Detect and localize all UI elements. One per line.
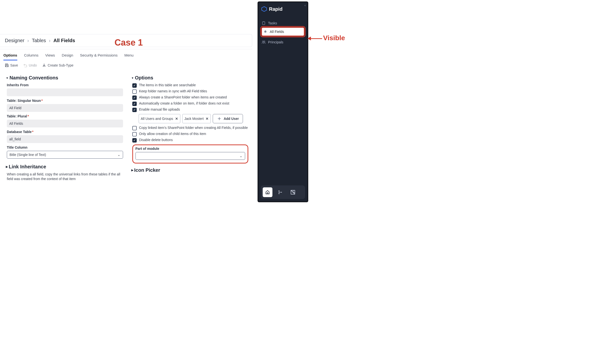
checkbox-disable-delete[interactable] xyxy=(132,138,137,143)
user-chip-label: All Users and Groups xyxy=(141,117,173,121)
home-button[interactable] xyxy=(263,187,272,197)
options-column: ▼ Options The items in this table are se… xyxy=(132,73,249,181)
tab-menu[interactable]: Menu xyxy=(125,52,134,60)
chevron-down-icon: ⌄ xyxy=(118,153,120,157)
option-sync-folder-label: Keep folder names in sync with All Field… xyxy=(139,89,207,93)
add-user-button[interactable]: Add User xyxy=(213,114,243,123)
tab-security-permissions[interactable]: Security & Permissions xyxy=(80,52,118,60)
clipboard-icon xyxy=(262,21,266,25)
checkbox-manual-upload[interactable] xyxy=(132,108,137,112)
svg-point-4 xyxy=(264,41,265,42)
tab-columns[interactable]: Columns xyxy=(24,52,39,60)
brand: Rapid xyxy=(261,6,306,12)
collapse-caret-icon[interactable]: ‹ xyxy=(305,4,306,7)
hierarchy-button[interactable] xyxy=(275,187,285,197)
brand-name: Rapid xyxy=(269,6,283,12)
tab-design[interactable]: Design xyxy=(62,52,73,60)
title-column-select[interactable]: Bitle (Single line of Text) ⌄ xyxy=(7,151,123,159)
singular-noun-label: Table: Singular Noun* xyxy=(7,99,123,103)
undo-label: Undo xyxy=(29,63,37,67)
icon-picker-title: Icon Picker xyxy=(134,167,160,173)
checkbox-sync-folder-names[interactable] xyxy=(132,90,137,94)
sidebar-item-label: Principals xyxy=(268,40,283,44)
part-of-module-label: Part of module xyxy=(135,147,245,151)
remove-chip-icon[interactable]: ✕ xyxy=(175,117,178,121)
option-auto-folder-label: Automatically create a folder on item, i… xyxy=(139,101,229,105)
undo-button[interactable]: Undo xyxy=(23,63,37,67)
chevron-down-icon: ⌄ xyxy=(239,154,242,158)
database-table-input[interactable] xyxy=(7,135,123,143)
remove-chip-icon[interactable]: ✕ xyxy=(206,117,209,121)
sidebar: ‹ Rapid Tasks All Fields Principals xyxy=(258,1,308,202)
title-column-label: Title Column xyxy=(7,145,123,149)
sidebar-item-label: Tasks xyxy=(268,21,277,25)
designer-page: Designer › Tables › All Fields Options C… xyxy=(0,34,252,189)
brand-logo-icon xyxy=(261,6,267,12)
form-columns: ▼ Naming Conventions Inherits From Table… xyxy=(0,69,252,181)
checkbox-copy-linked-folder[interactable] xyxy=(132,126,137,130)
plural-label: Table: Plural* xyxy=(7,114,123,118)
option-manual-upload-label: Enable manual file uploads xyxy=(139,107,180,111)
options-header[interactable]: ▼ Options xyxy=(131,75,249,81)
naming-column: ▼ Naming Conventions Inherits From Table… xyxy=(7,73,123,181)
svg-point-6 xyxy=(281,192,282,193)
icon-picker-header[interactable]: ▶ Icon Picker xyxy=(131,167,249,173)
sidebar-highlight: All Fields xyxy=(260,26,306,37)
option-copy-linked-label: Copy linked item's SharePoint folder whe… xyxy=(139,126,248,130)
tab-options[interactable]: Options xyxy=(3,52,17,60)
checkbox-auto-folder[interactable] xyxy=(132,102,137,106)
naming-conventions-header[interactable]: ▼ Naming Conventions xyxy=(6,75,123,81)
chevron-right-icon: › xyxy=(49,38,51,43)
annotation-arrow xyxy=(308,37,322,40)
breadcrumb-current: All Fields xyxy=(53,38,75,43)
user-chip-all-users[interactable]: All Users and Groups ✕ xyxy=(139,114,180,123)
part-of-module-highlight: Part of module ⌄ xyxy=(132,144,249,164)
option-searchable-label: The items in this table are searchable xyxy=(139,83,196,87)
plus-icon xyxy=(217,116,222,121)
sidebar-item-label: All Fields xyxy=(270,30,284,34)
tab-views[interactable]: Views xyxy=(45,52,55,60)
svg-rect-1 xyxy=(262,22,265,25)
checkbox-only-child-items[interactable] xyxy=(132,132,137,136)
caret-down-icon: ▼ xyxy=(131,77,134,79)
link-inheritance-title: Link Inheritance xyxy=(9,164,46,169)
inherits-from-label: Inherits From xyxy=(7,83,123,87)
plural-input[interactable] xyxy=(7,120,123,127)
link-inheritance-header[interactable]: ▶ Link Inheritance xyxy=(6,164,123,169)
sidebar-item-all-fields[interactable]: All Fields xyxy=(262,28,304,36)
sidebar-footer xyxy=(261,185,305,199)
breadcrumb-seg-designer[interactable]: Designer xyxy=(5,38,24,43)
inherits-from-input[interactable] xyxy=(7,89,123,96)
designer-button[interactable] xyxy=(288,187,298,197)
sidebar-item-principals[interactable]: Principals xyxy=(260,38,306,46)
annotation-visible-label: Visible xyxy=(323,34,345,42)
part-of-module-select[interactable]: ⌄ xyxy=(135,152,245,160)
svg-point-7 xyxy=(278,193,279,194)
save-icon xyxy=(5,63,9,67)
option-only-child-label: Only allow creation of child items of th… xyxy=(139,132,206,136)
caret-right-icon: ▶ xyxy=(6,165,8,168)
option-create-sp-folder-label: Always create a SharePoint folder when i… xyxy=(139,95,227,99)
tab-bar: Options Columns Views Design Security & … xyxy=(0,49,252,60)
svg-point-3 xyxy=(262,41,264,42)
save-button[interactable]: Save xyxy=(5,63,18,67)
singular-noun-input[interactable] xyxy=(7,104,123,112)
toolbar: Save Undo Create Sub-Type xyxy=(0,60,252,69)
user-chip-label: Jack Mostert xyxy=(184,117,204,121)
users-icon xyxy=(262,40,266,44)
chevron-right-icon: › xyxy=(27,38,29,43)
naming-conventions-title: Naming Conventions xyxy=(10,75,58,81)
breadcrumb-seg-tables[interactable]: Tables xyxy=(32,38,46,43)
breadcrumb: Designer › Tables › All Fields xyxy=(0,34,252,47)
database-table-label: Database Table* xyxy=(7,130,123,134)
link-inheritance-desc: When creating a all field, copy the univ… xyxy=(7,172,123,181)
create-sub-type-button[interactable]: Create Sub-Type xyxy=(42,63,73,67)
checkbox-create-sp-folder[interactable] xyxy=(132,95,137,100)
subtype-icon xyxy=(42,63,46,67)
undo-icon xyxy=(23,63,27,67)
svg-marker-0 xyxy=(262,7,267,12)
svg-point-5 xyxy=(278,190,279,191)
checkbox-searchable[interactable] xyxy=(132,83,137,88)
user-chip-jack-mostert[interactable]: Jack Mostert ✕ xyxy=(182,114,211,123)
upload-users-row: All Users and Groups ✕ Jack Mostert ✕ Ad… xyxy=(139,114,249,123)
